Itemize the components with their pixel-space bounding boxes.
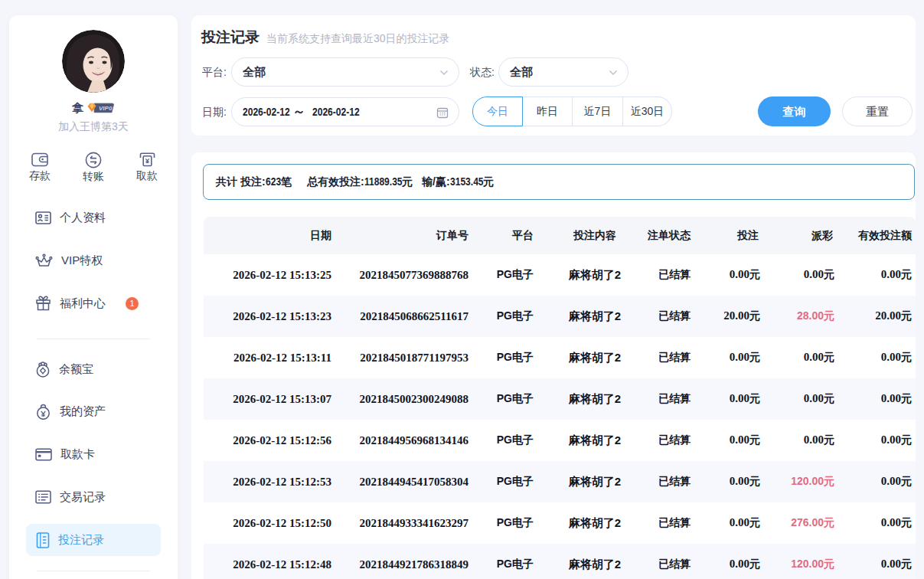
- svg-text:VIP0: VIP0: [99, 105, 113, 112]
